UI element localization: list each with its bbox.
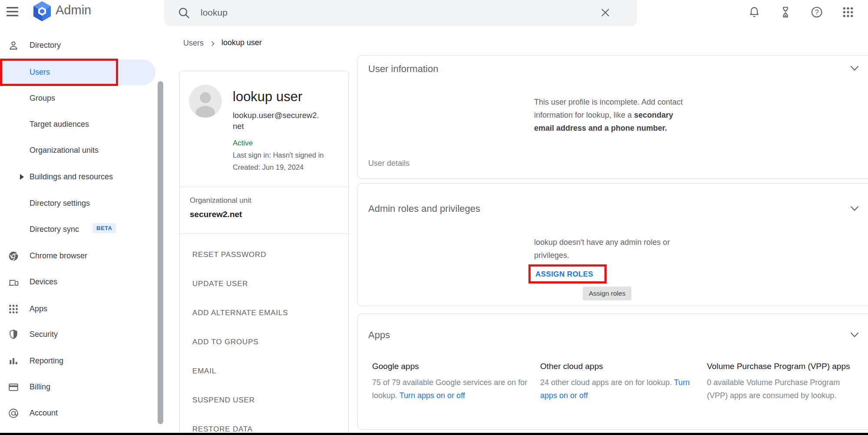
user-information-body: This user profile is incomplete. Add con…	[534, 96, 686, 135]
admin-console-screen: Admin lookup ? Directory Users Groups Ta…	[0, 0, 868, 435]
sidebar-scrollbar[interactable]	[158, 81, 163, 424]
hourglass-icon[interactable]	[779, 6, 792, 19]
sidebar-item-target-audiences[interactable]: Target audiences	[30, 120, 89, 129]
apps-title: Apps	[368, 330, 390, 341]
chevron-down-icon[interactable]	[850, 66, 859, 71]
other-cloud-apps-text: 24 other cloud apps are on for lookup.	[540, 378, 674, 387]
user-created-date: Created: Jun 19, 2024	[233, 163, 304, 171]
card-divider	[180, 233, 348, 234]
chevron-right-icon	[211, 41, 215, 46]
at-sign-icon	[8, 408, 19, 419]
chevron-down-icon[interactable]	[850, 332, 859, 338]
bottom-black-bar	[0, 433, 868, 435]
vpp-apps-heading: Volume Purchase Program (VPP) apps	[707, 360, 855, 372]
shield-icon	[8, 329, 19, 340]
suspend-user-button[interactable]: SUSPEND USER	[192, 396, 255, 405]
other-cloud-apps-column: Other cloud apps 24 other cloud apps are…	[540, 360, 690, 402]
google-apps-heading: Google apps	[372, 360, 528, 372]
add-alternate-emails-button[interactable]: ADD ALTERNATE EMAILS	[192, 309, 288, 317]
help-icon[interactable]: ?	[810, 6, 823, 19]
restore-data-button[interactable]: RESTORE DATA	[192, 425, 253, 434]
sidebar-item-directory-sync[interactable]: Directory sync	[30, 225, 79, 234]
email-button[interactable]: EMAIL	[192, 367, 216, 376]
admin-roles-title: Admin roles and privileges	[368, 203, 480, 214]
reset-password-button[interactable]: RESET PASSWORD	[192, 250, 266, 259]
user-information-title: User information	[368, 63, 438, 75]
credit-card-icon	[8, 382, 19, 393]
sidebar-item-apps[interactable]: Apps	[30, 304, 47, 313]
apps-grid-icon	[8, 303, 19, 315]
sidebar-item-billing[interactable]: Billing	[30, 382, 50, 392]
notifications-bell-icon[interactable]	[748, 6, 761, 19]
menu-icon[interactable]	[7, 7, 18, 17]
update-user-button[interactable]: UPDATE USER	[192, 280, 248, 288]
svg-text:?: ?	[815, 9, 819, 16]
sidebar-item-directory[interactable]: Directory	[30, 41, 61, 50]
sidebar-item-account[interactable]: Account	[30, 409, 58, 418]
user-email: lookup.user@securew2.net	[233, 110, 320, 132]
sidebar-item-security[interactable]: Security	[30, 330, 58, 339]
breadcrumb-users-link[interactable]: Users	[183, 39, 204, 48]
org-unit-label: Organizational unit	[190, 196, 251, 205]
user-last-sign-in: Last sign in: Hasn't signed in	[233, 151, 324, 159]
breadcrumb-current: lookup user	[221, 38, 262, 47]
clear-search-icon[interactable]	[600, 7, 611, 18]
sidebar-item-organizational-units[interactable]: Organizational units	[30, 146, 99, 155]
user-details-link[interactable]: User details	[368, 159, 409, 168]
person-silhouette-icon	[189, 85, 222, 118]
vpp-apps-text: 0 available Volume Purchase Program (VPP…	[707, 378, 840, 400]
search-icon	[177, 6, 191, 20]
sidebar-item-buildings-and-resources[interactable]: Buildings and resources	[30, 172, 113, 181]
sidebar-item-reporting[interactable]: Reporting	[30, 356, 63, 366]
sidebar-item-groups[interactable]: Groups	[30, 94, 55, 103]
google-admin-logo-icon	[32, 1, 52, 22]
vpp-apps-column: Volume Purchase Program (VPP) apps 0 ava…	[707, 360, 861, 402]
app-title: Admin	[56, 3, 91, 17]
google-apps-column: Google apps 75 of 79 available Google se…	[372, 360, 528, 402]
user-status-active: Active	[233, 139, 253, 148]
bar-chart-icon	[8, 356, 19, 367]
sidebar-item-users-highlight	[0, 59, 155, 85]
card-divider	[180, 187, 348, 187]
avatar	[189, 85, 222, 118]
user-name: lookup user	[233, 89, 302, 105]
sidebar-item-users[interactable]: Users	[30, 68, 50, 77]
person-icon	[8, 40, 19, 51]
turn-apps-on-off-link[interactable]: Turn apps on or off	[399, 391, 465, 400]
sidebar-item-devices[interactable]: Devices	[30, 277, 57, 287]
chevron-down-icon[interactable]	[850, 206, 859, 211]
devices-icon	[8, 277, 19, 288]
add-to-groups-button[interactable]: ADD TO GROUPS	[192, 338, 258, 346]
admin-roles-body: lookup doesn't have any admin roles or p…	[534, 236, 688, 262]
chrome-icon	[8, 250, 19, 262]
assign-roles-tooltip: Assign roles	[583, 287, 631, 300]
sidebar-item-directory-settings[interactable]: Directory settings	[30, 199, 90, 208]
sidebar-item-chrome-browser[interactable]: Chrome browser	[30, 251, 87, 260]
expand-triangle-icon[interactable]	[20, 174, 24, 180]
org-unit-value: securew2.net	[190, 210, 242, 219]
search-input[interactable]: lookup	[201, 7, 228, 18]
assign-roles-button[interactable]: ASSIGN ROLES	[535, 270, 593, 279]
beta-badge: BETA	[92, 223, 116, 233]
google-apps-grid-icon[interactable]	[842, 6, 855, 19]
search-bar[interactable]	[164, 0, 637, 26]
other-cloud-apps-heading: Other cloud apps	[540, 360, 690, 372]
